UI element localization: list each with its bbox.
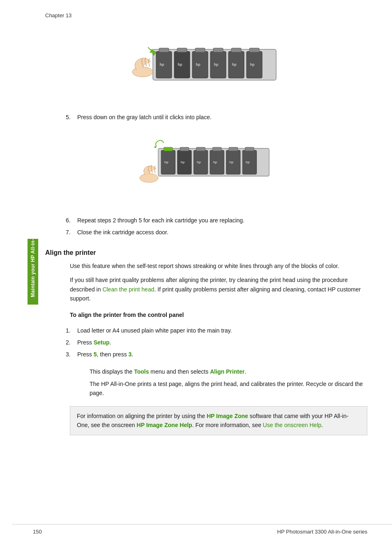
svg-rect-35	[164, 147, 173, 151]
step-6-text: Repeat steps 2 through 5 for each ink ca…	[77, 216, 244, 225]
svg-rect-38	[212, 147, 221, 151]
svg-rect-18	[249, 48, 259, 52]
svg-rect-39	[229, 147, 238, 151]
svg-text:hp: hp	[213, 160, 217, 164]
step-7-number: 7.	[66, 228, 77, 237]
step3-sub1-mid: menu and then selects	[149, 368, 210, 375]
hp-image-zone-help-link[interactable]: HP Image Zone Help	[137, 422, 192, 428]
svg-text:hp: hp	[164, 160, 168, 164]
chapter-title: Chapter 13	[45, 8, 367, 18]
cp-step-3-mid: , then press	[97, 351, 128, 358]
page-footer: 150 HP Photosmart 3300 All-in-One series	[0, 529, 392, 535]
setup-link: Setup	[94, 339, 110, 346]
cp-step-3: 3. Press 5, then press 3.	[66, 350, 367, 359]
section-para1: Use this feature when the self-test repo…	[70, 261, 367, 270]
infobox-prefix: For information on aligning the printer …	[77, 413, 207, 419]
cp-step-1: 1. Load letter or A4 unused plain white …	[66, 326, 367, 335]
svg-text:hp: hp	[232, 62, 237, 67]
svg-text:hp: hp	[214, 62, 219, 67]
control-panel-steps: 1. Load letter or A4 unused plain white …	[66, 326, 367, 359]
step3-sub2: The HP All-in-One prints a test page, al…	[90, 379, 367, 398]
step-7-text: Close the ink cartridge access door.	[77, 228, 168, 237]
sub-heading-control-panel: To align the printer from the control pa…	[70, 312, 367, 318]
info-box: For information on aligning the printer …	[70, 406, 367, 435]
step3-sub1-prefix: This displays the	[90, 368, 134, 375]
step-5-text: Press down on the gray latch until it cl…	[77, 113, 212, 122]
svg-rect-16	[213, 48, 223, 52]
step-5: 5. Press down on the gray latch until it…	[66, 113, 367, 122]
svg-rect-15	[195, 48, 205, 52]
infobox-mid2: . For more information, see	[192, 422, 263, 428]
footer-divider	[12, 524, 392, 525]
step-7: 7. Close the ink cartridge access door.	[66, 228, 367, 237]
svg-marker-41	[154, 146, 156, 148]
svg-rect-37	[196, 147, 205, 151]
cp-step-2-number: 2.	[66, 338, 77, 347]
svg-text:hp: hp	[229, 160, 233, 164]
svg-text:hp: hp	[178, 62, 182, 67]
svg-text:hp: hp	[250, 62, 255, 67]
svg-rect-36	[180, 147, 189, 151]
step-6: 6. Repeat steps 2 through 5 for each ink…	[66, 216, 367, 225]
hp-image-zone-link1[interactable]: HP Image Zone	[207, 413, 248, 419]
svg-text:hp: hp	[197, 160, 201, 164]
sidebar-tab: Maintain your HP All-in-One	[28, 239, 38, 305]
step3-sub1: This displays the Tools menu and then se…	[90, 367, 367, 376]
cp-step-3-suffix: .	[131, 351, 133, 358]
svg-text:hp: hp	[246, 160, 250, 164]
section-heading-align: Align the printer	[45, 249, 367, 256]
cp-step-3-number: 3.	[66, 350, 77, 359]
svg-text:hp: hp	[160, 62, 164, 67]
illustration-insert-cartridge: hp hp hp hp hp hp	[45, 27, 367, 101]
infobox-suffix: .	[321, 422, 323, 428]
section-para2: If you still have print quality problems…	[70, 275, 367, 303]
cp-step-2-text: Press Setup.	[77, 338, 111, 347]
cp-step-3-text: Press 5, then press 3.	[77, 350, 133, 359]
svg-rect-13	[159, 48, 169, 52]
cp-step-3-prefix: Press	[77, 351, 94, 358]
step3-sub1-suffix: .	[244, 368, 246, 375]
svg-rect-40	[245, 147, 254, 151]
cp-step-2-prefix: Press	[77, 339, 94, 346]
use-onscreen-help-link[interactable]: Use the onscreen Help	[263, 422, 321, 428]
align-printer-link: Align Printer	[210, 368, 244, 375]
tools-link: Tools	[134, 368, 149, 375]
cp-step-2: 2. Press Setup.	[66, 338, 367, 347]
cp-step-2-suffix: .	[110, 339, 111, 346]
product-name: HP Photosmart 3300 All-in-One series	[277, 529, 367, 535]
illustration-latch-cartridge: hp hp hp hp hp hp	[45, 130, 367, 204]
svg-rect-17	[231, 48, 241, 52]
svg-rect-14	[177, 48, 187, 52]
clean-print-head-link[interactable]: Clean the print head	[102, 286, 154, 293]
step-5-number: 5.	[66, 113, 77, 122]
step-6-number: 6.	[66, 216, 77, 225]
svg-text:hp: hp	[196, 62, 201, 67]
page-number: 150	[33, 529, 42, 535]
steps-list-bottom: 6. Repeat steps 2 through 5 for each ink…	[66, 216, 367, 237]
cp-step-1-text: Load letter or A4 unused plain white pap…	[77, 326, 232, 335]
cp-step-1-number: 1.	[66, 326, 77, 335]
svg-text:hp: hp	[180, 160, 184, 164]
steps-list-top: 5. Press down on the gray latch until it…	[66, 113, 367, 122]
svg-point-42	[140, 173, 158, 183]
